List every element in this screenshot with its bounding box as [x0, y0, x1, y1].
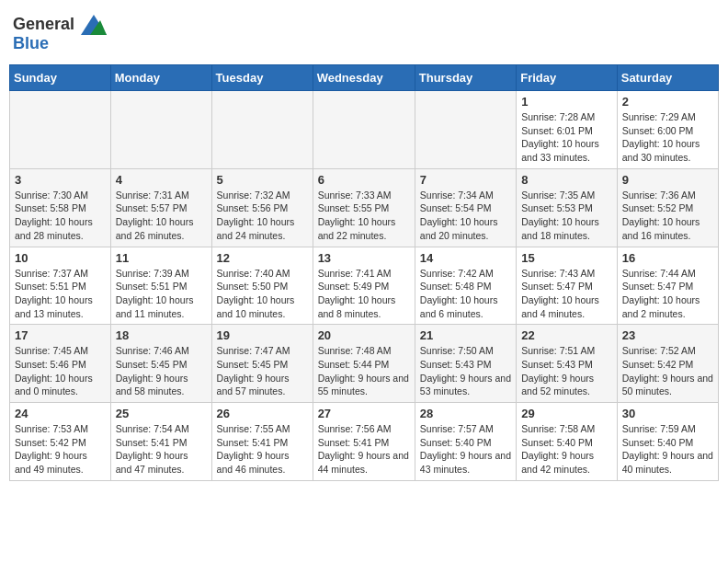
calendar-cell: 17Sunrise: 7:45 AM Sunset: 5:46 PM Dayli… — [10, 325, 111, 403]
calendar-cell: 20Sunrise: 7:48 AM Sunset: 5:44 PM Dayli… — [313, 325, 415, 403]
day-info: Sunrise: 7:51 AM Sunset: 5:43 PM Dayligh… — [521, 344, 612, 398]
day-number: 27 — [318, 407, 410, 420]
calendar-cell: 30Sunrise: 7:59 AM Sunset: 5:40 PM Dayli… — [617, 403, 718, 481]
day-number: 10 — [15, 251, 106, 265]
day-number: 25 — [116, 407, 207, 420]
calendar-cell: 28Sunrise: 7:57 AM Sunset: 5:40 PM Dayli… — [415, 403, 516, 481]
day-info: Sunrise: 7:30 AM Sunset: 5:58 PM Dayligh… — [15, 189, 106, 243]
day-number: 19 — [217, 328, 308, 342]
calendar-week-row: 10Sunrise: 7:37 AM Sunset: 5:51 PM Dayli… — [10, 247, 719, 325]
calendar-cell: 21Sunrise: 7:50 AM Sunset: 5:43 PM Dayli… — [415, 325, 516, 403]
day-info: Sunrise: 7:36 AM Sunset: 5:52 PM Dayligh… — [622, 189, 713, 243]
day-info: Sunrise: 7:37 AM Sunset: 5:51 PM Dayligh… — [15, 267, 106, 321]
day-info: Sunrise: 7:53 AM Sunset: 5:42 PM Dayligh… — [15, 422, 106, 477]
calendar-week-row: 24Sunrise: 7:53 AM Sunset: 5:42 PM Dayli… — [10, 403, 719, 481]
calendar-cell: 18Sunrise: 7:46 AM Sunset: 5:45 PM Dayli… — [110, 325, 211, 403]
weekday-header-row: SundayMondayTuesdayWednesdayThursdayFrid… — [10, 65, 719, 91]
day-number: 21 — [420, 328, 511, 342]
day-info: Sunrise: 7:33 AM Sunset: 5:55 PM Dayligh… — [318, 189, 410, 243]
day-info: Sunrise: 7:59 AM Sunset: 5:40 PM Dayligh… — [622, 422, 713, 477]
weekday-header-thursday: Thursday — [415, 65, 516, 91]
day-info: Sunrise: 7:46 AM Sunset: 5:45 PM Dayligh… — [116, 344, 207, 398]
calendar-cell — [110, 91, 211, 169]
day-number: 30 — [622, 407, 713, 420]
calendar-cell: 25Sunrise: 7:54 AM Sunset: 5:41 PM Dayli… — [110, 403, 211, 481]
calendar-table: SundayMondayTuesdayWednesdayThursdayFrid… — [9, 64, 719, 481]
calendar-cell: 8Sunrise: 7:35 AM Sunset: 5:53 PM Daylig… — [517, 168, 618, 247]
calendar-cell: 5Sunrise: 7:32 AM Sunset: 5:56 PM Daylig… — [211, 168, 313, 247]
calendar-cell: 11Sunrise: 7:39 AM Sunset: 5:51 PM Dayli… — [110, 247, 211, 325]
day-number: 20 — [318, 328, 410, 342]
logo-blue: Blue — [13, 35, 107, 52]
calendar-week-row: 3Sunrise: 7:30 AM Sunset: 5:58 PM Daylig… — [10, 168, 719, 247]
day-number: 2 — [622, 95, 713, 109]
day-number: 29 — [521, 407, 612, 420]
calendar-cell: 15Sunrise: 7:43 AM Sunset: 5:47 PM Dayli… — [517, 247, 618, 325]
calendar-cell: 6Sunrise: 7:33 AM Sunset: 5:55 PM Daylig… — [313, 168, 415, 247]
day-info: Sunrise: 7:43 AM Sunset: 5:47 PM Dayligh… — [521, 267, 612, 321]
day-info: Sunrise: 7:34 AM Sunset: 5:54 PM Dayligh… — [420, 189, 511, 243]
day-number: 11 — [116, 251, 207, 265]
calendar-cell — [313, 91, 415, 169]
day-number: 6 — [318, 173, 410, 187]
day-number: 4 — [116, 173, 207, 187]
day-number: 24 — [15, 407, 106, 420]
calendar-cell: 7Sunrise: 7:34 AM Sunset: 5:54 PM Daylig… — [415, 168, 516, 247]
weekday-header-wednesday: Wednesday — [313, 65, 415, 91]
day-number: 5 — [217, 173, 308, 187]
day-info: Sunrise: 7:40 AM Sunset: 5:50 PM Dayligh… — [217, 267, 308, 321]
calendar-cell: 26Sunrise: 7:55 AM Sunset: 5:41 PM Dayli… — [211, 403, 313, 481]
day-number: 8 — [521, 173, 612, 187]
day-info: Sunrise: 7:31 AM Sunset: 5:57 PM Dayligh… — [116, 189, 207, 243]
day-info: Sunrise: 7:47 AM Sunset: 5:45 PM Dayligh… — [217, 344, 308, 398]
weekday-header-friday: Friday — [517, 65, 618, 91]
day-number: 18 — [116, 328, 207, 342]
calendar-cell: 3Sunrise: 7:30 AM Sunset: 5:58 PM Daylig… — [10, 168, 111, 247]
day-number: 26 — [217, 407, 308, 420]
page-header: General Blue — [9, 9, 719, 57]
day-number: 28 — [420, 407, 511, 420]
day-info: Sunrise: 7:44 AM Sunset: 5:47 PM Dayligh… — [622, 267, 713, 321]
day-number: 1 — [521, 95, 612, 109]
day-number: 15 — [521, 251, 612, 265]
day-info: Sunrise: 7:29 AM Sunset: 6:00 PM Dayligh… — [622, 110, 713, 165]
day-info: Sunrise: 7:45 AM Sunset: 5:46 PM Dayligh… — [15, 344, 106, 398]
day-info: Sunrise: 7:54 AM Sunset: 5:41 PM Dayligh… — [116, 422, 207, 477]
day-info: Sunrise: 7:41 AM Sunset: 5:49 PM Dayligh… — [318, 267, 410, 321]
calendar-cell: 12Sunrise: 7:40 AM Sunset: 5:50 PM Dayli… — [211, 247, 313, 325]
calendar-cell: 10Sunrise: 7:37 AM Sunset: 5:51 PM Dayli… — [10, 247, 111, 325]
calendar-cell: 4Sunrise: 7:31 AM Sunset: 5:57 PM Daylig… — [110, 168, 211, 247]
day-info: Sunrise: 7:57 AM Sunset: 5:40 PM Dayligh… — [420, 422, 511, 477]
day-info: Sunrise: 7:39 AM Sunset: 5:51 PM Dayligh… — [116, 267, 207, 321]
calendar-cell: 27Sunrise: 7:56 AM Sunset: 5:41 PM Dayli… — [313, 403, 415, 481]
day-number: 12 — [217, 251, 308, 265]
calendar-week-row: 17Sunrise: 7:45 AM Sunset: 5:46 PM Dayli… — [10, 325, 719, 403]
day-number: 23 — [622, 328, 713, 342]
day-info: Sunrise: 7:50 AM Sunset: 5:43 PM Dayligh… — [420, 344, 511, 398]
day-info: Sunrise: 7:48 AM Sunset: 5:44 PM Dayligh… — [318, 344, 410, 398]
day-number: 13 — [318, 251, 410, 265]
calendar-cell: 13Sunrise: 7:41 AM Sunset: 5:49 PM Dayli… — [313, 247, 415, 325]
calendar-cell — [10, 91, 111, 169]
calendar-cell: 9Sunrise: 7:36 AM Sunset: 5:52 PM Daylig… — [617, 168, 718, 247]
weekday-header-monday: Monday — [110, 65, 211, 91]
calendar-cell: 29Sunrise: 7:58 AM Sunset: 5:40 PM Dayli… — [517, 403, 618, 481]
calendar-cell — [211, 91, 313, 169]
day-info: Sunrise: 7:42 AM Sunset: 5:48 PM Dayligh… — [420, 267, 511, 321]
calendar-cell: 16Sunrise: 7:44 AM Sunset: 5:47 PM Dayli… — [617, 247, 718, 325]
logo-triangle-icon — [81, 15, 107, 35]
weekday-header-saturday: Saturday — [617, 65, 718, 91]
calendar-cell: 23Sunrise: 7:52 AM Sunset: 5:42 PM Dayli… — [617, 325, 718, 403]
day-number: 16 — [622, 251, 713, 265]
day-info: Sunrise: 7:56 AM Sunset: 5:41 PM Dayligh… — [318, 422, 410, 477]
weekday-header-tuesday: Tuesday — [211, 65, 313, 91]
calendar-week-row: 1Sunrise: 7:28 AM Sunset: 6:01 PM Daylig… — [10, 91, 719, 169]
day-info: Sunrise: 7:52 AM Sunset: 5:42 PM Dayligh… — [622, 344, 713, 398]
calendar-cell: 14Sunrise: 7:42 AM Sunset: 5:48 PM Dayli… — [415, 247, 516, 325]
day-number: 17 — [15, 328, 106, 342]
day-number: 14 — [420, 251, 511, 265]
day-info: Sunrise: 7:28 AM Sunset: 6:01 PM Dayligh… — [521, 110, 612, 165]
day-number: 7 — [420, 173, 511, 187]
calendar-cell: 22Sunrise: 7:51 AM Sunset: 5:43 PM Dayli… — [517, 325, 618, 403]
calendar-cell: 1Sunrise: 7:28 AM Sunset: 6:01 PM Daylig… — [517, 91, 618, 169]
